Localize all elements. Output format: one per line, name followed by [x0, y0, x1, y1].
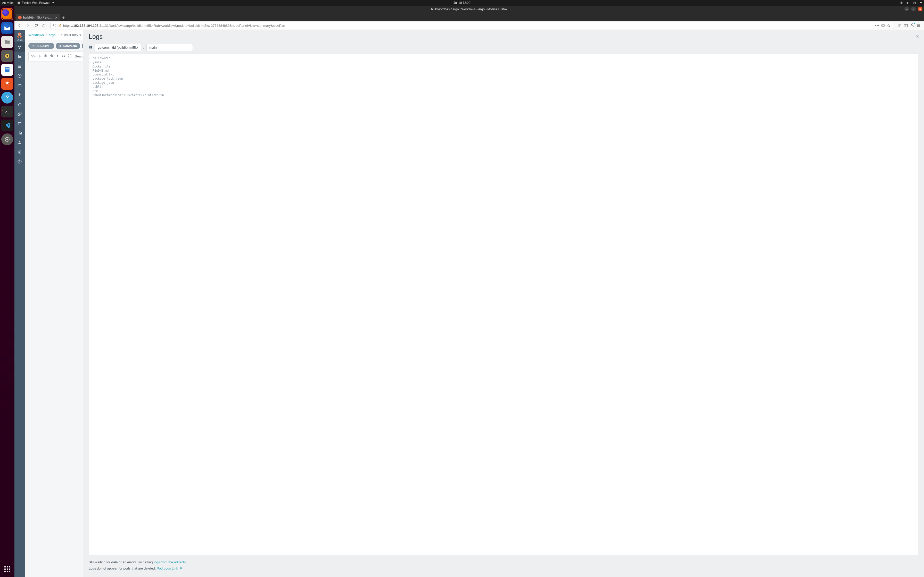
- nav-user[interactable]: [15, 137, 25, 147]
- svg-rect-4: [6, 68, 9, 69]
- chevron-down-icon: [52, 2, 54, 3]
- nav-links[interactable]: [15, 109, 25, 118]
- svg-rect-9: [882, 24, 885, 27]
- library-icon[interactable]: [897, 23, 901, 28]
- logs-from-artifacts-link[interactable]: logs from the artifacts: [153, 560, 186, 564]
- system-status-area[interactable]: [900, 1, 922, 5]
- svg-rect-10: [904, 24, 908, 27]
- dock-help[interactable]: ?: [1, 92, 13, 103]
- nav-workflow-templates[interactable]: [15, 52, 25, 61]
- address-bar[interactable]: https://192.168.194.196:31131/workflows/…: [50, 22, 893, 29]
- pod-select[interactable]: getcommitid (buildkit-mt5kx: [95, 44, 141, 51]
- lock-warn-icon: [58, 24, 61, 27]
- nav-cluster-templates[interactable]: [15, 61, 25, 71]
- breadcrumb-workflows[interactable]: Workflows: [28, 33, 44, 37]
- power-icon: [913, 1, 916, 5]
- new-tab-button[interactable]: +: [60, 14, 67, 21]
- dock-software[interactable]: [1, 78, 13, 90]
- minimize-button[interactable]: –: [905, 7, 909, 11]
- account-icon[interactable]: [910, 23, 914, 28]
- reload-button[interactable]: [32, 22, 40, 29]
- breadcrumb-namespace[interactable]: argo: [49, 33, 55, 37]
- close-panel-icon[interactable]: ✕: [916, 34, 919, 39]
- svg-point-2: [6, 55, 8, 56]
- dock-firefox[interactable]: [1, 8, 13, 20]
- network-icon: [900, 1, 903, 5]
- dock-vscode[interactable]: [1, 119, 13, 131]
- back-button[interactable]: [16, 22, 23, 29]
- dock-settings[interactable]: [1, 134, 13, 145]
- ubuntu-dock: ? >_: [0, 6, 15, 577]
- reader-icon[interactable]: [881, 23, 885, 27]
- breadcrumb-sep: /: [58, 33, 58, 37]
- dock-writer[interactable]: [1, 64, 13, 76]
- svg-point-0: [18, 2, 20, 4]
- nav-archived-workflows[interactable]: [15, 118, 25, 128]
- nav-sensors[interactable]: [15, 90, 25, 100]
- dock-files[interactable]: [1, 36, 13, 48]
- panel-title: Logs: [89, 33, 918, 40]
- pause-icon: [59, 45, 61, 47]
- log-output[interactable]: helloworld yamls Dockerfile README.md co…: [89, 53, 918, 555]
- bookmark-star-icon[interactable]: [887, 23, 891, 27]
- svg-rect-23: [18, 122, 21, 122]
- suspend-button[interactable]: SUSPEND: [56, 43, 80, 49]
- svg-rect-27: [60, 45, 60, 47]
- svg-rect-6: [6, 70, 8, 70]
- chevron-down-icon: [920, 2, 922, 3]
- firefox-window: buildkit-mt5kx / argo / Workflows - Argo…: [15, 6, 924, 577]
- nav-api-docs[interactable]: [15, 147, 25, 156]
- argo-main: Workflows / argo / buildkit-mt5kx RESUBM…: [25, 30, 924, 577]
- browser-tab[interactable]: buildkit-mt5kx / argo / W ✕: [16, 14, 60, 21]
- nav-workflows[interactable]: [15, 42, 25, 52]
- nav-reports[interactable]: [15, 128, 25, 137]
- sidebar-icon[interactable]: [904, 23, 908, 28]
- url-text: https://192.168.194.196:31131/workflows/…: [63, 24, 874, 27]
- dock-rhythmbox[interactable]: [1, 50, 13, 62]
- tab-title: buildkit-mt5kx / argo / W: [23, 16, 52, 19]
- nav-event-flow[interactable]: [15, 81, 25, 90]
- svg-point-17: [20, 34, 21, 34]
- panel-footer: Still waiting for data or an error? Try …: [89, 559, 918, 572]
- clock[interactable]: Jul 10 13:20: [454, 1, 470, 5]
- argo-sidebar: v3.0.3: [15, 30, 25, 577]
- slash-sep: /: [143, 45, 144, 50]
- nav-event-sources[interactable]: [15, 100, 25, 109]
- svg-point-25: [19, 141, 20, 142]
- nav-help[interactable]: [15, 156, 25, 166]
- fullscreen-icon[interactable]: [68, 54, 72, 59]
- hamburger-menu-icon[interactable]: [916, 23, 921, 28]
- gnome-top-bar: Activities Firefox Web Browser Jul 10 13…: [0, 0, 924, 6]
- dock-show-apps[interactable]: [1, 563, 13, 575]
- log-selector-row: getcommitid (buildkit-mt5kx / main: [89, 44, 918, 51]
- container-select[interactable]: main: [147, 44, 193, 51]
- svg-rect-5: [6, 69, 9, 69]
- refresh-icon: [31, 45, 34, 47]
- dock-terminal[interactable]: >_: [1, 106, 13, 118]
- bolt-icon[interactable]: [56, 54, 59, 59]
- close-tab-icon[interactable]: ✕: [55, 16, 58, 19]
- firefox-icon: [17, 1, 21, 5]
- breadcrumb: Workflows / argo / buildkit-mt5kx: [28, 33, 81, 37]
- window-titlebar: buildkit-mt5kx / argo / Workflows - Argo…: [15, 6, 924, 13]
- external-link-icon: [179, 566, 183, 572]
- sort-icon[interactable]: [38, 54, 41, 59]
- pod-logs-link[interactable]: Pod Logs Link: [157, 566, 183, 570]
- zoom-out-icon[interactable]: [50, 54, 53, 59]
- close-button[interactable]: ✕: [918, 7, 922, 11]
- collapse-icon[interactable]: [62, 54, 66, 59]
- argo-logo[interactable]: v3.0.3: [15, 30, 25, 42]
- maximize-button[interactable]: ▫: [911, 7, 916, 11]
- resubmit-button[interactable]: RESUBMIT: [28, 43, 54, 49]
- svg-point-8: [6, 139, 8, 140]
- filter-icon[interactable]: ▾: [31, 54, 36, 59]
- breadcrumb-workflow-name: buildkit-mt5kx: [61, 33, 81, 37]
- dock-thunderbird[interactable]: [1, 22, 13, 34]
- zoom-in-icon[interactable]: [44, 54, 47, 59]
- home-button[interactable]: [41, 22, 48, 29]
- current-app-menu[interactable]: Firefox Web Browser: [17, 1, 54, 5]
- activities-button[interactable]: Activities: [2, 1, 14, 5]
- page-actions-icon[interactable]: •••: [875, 24, 879, 27]
- svg-rect-28: [60, 45, 61, 47]
- nav-cron-workflows[interactable]: [15, 71, 25, 81]
